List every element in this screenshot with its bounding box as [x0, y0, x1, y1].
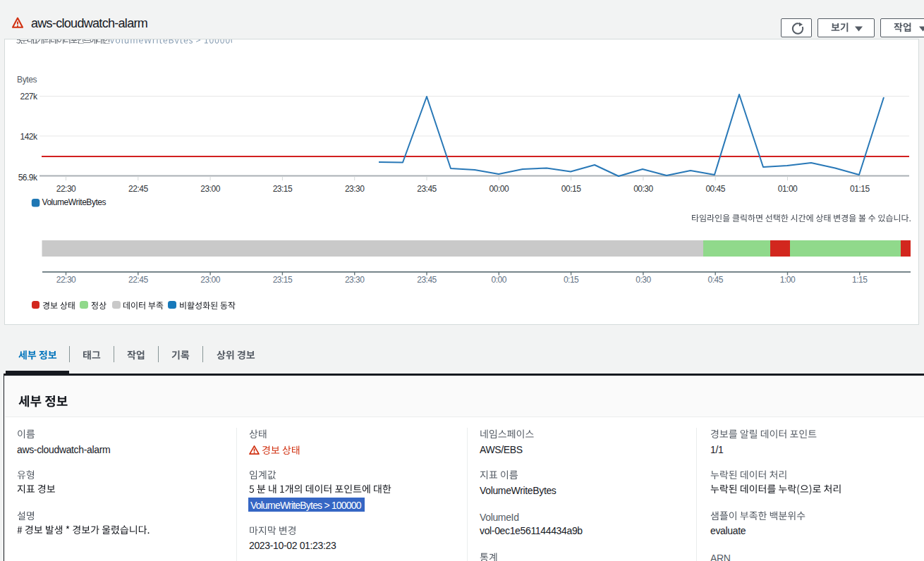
svg-text:22:30: 22:30	[56, 275, 76, 285]
svg-text:00:00: 00:00	[490, 184, 509, 194]
svg-text:56.9k: 56.9k	[18, 173, 38, 183]
svg-text:23:15: 23:15	[273, 275, 293, 285]
svg-text:22:45: 22:45	[128, 184, 148, 194]
svg-text:22:30: 22:30	[56, 184, 76, 194]
svg-text:1:15: 1:15	[852, 275, 868, 285]
svg-text:23:30: 23:30	[345, 184, 365, 194]
svg-text:0:45: 0:45	[708, 275, 724, 285]
svg-text:0:15: 0:15	[564, 275, 579, 285]
svg-text:1:00: 1:00	[780, 275, 796, 285]
svg-text:227k: 227k	[20, 92, 38, 101]
svg-text:23:45: 23:45	[417, 184, 437, 194]
svg-text:23:00: 23:00	[200, 184, 220, 194]
svg-text:23:00: 23:00	[200, 275, 220, 285]
svg-text:0:30: 0:30	[636, 275, 651, 285]
svg-text:00:30: 00:30	[633, 184, 653, 194]
svg-text:0:00: 0:00	[492, 275, 507, 285]
svg-text:23:45: 23:45	[417, 275, 437, 285]
svg-text:142k: 142k	[20, 132, 38, 142]
svg-text:01:15: 01:15	[850, 184, 870, 194]
svg-text:00:45: 00:45	[705, 184, 725, 194]
svg-text:01:00: 01:00	[778, 184, 798, 194]
svg-text:23:15: 23:15	[273, 184, 293, 194]
svg-text:00:15: 00:15	[561, 184, 581, 194]
svg-text:22:45: 22:45	[128, 275, 148, 285]
svg-text:23:30: 23:30	[345, 275, 365, 285]
